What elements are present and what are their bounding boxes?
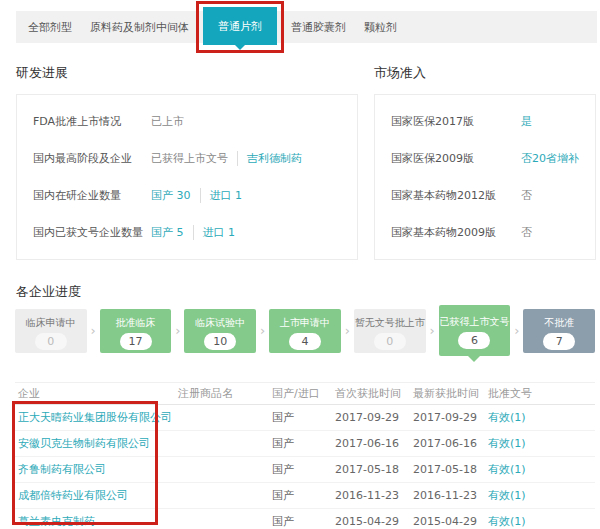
stage-count-badge: 0 xyxy=(35,333,67,350)
company-progress-title: 各企业进度 xyxy=(16,282,600,301)
tab-plain-capsule[interactable]: 普通胶囊剂 xyxy=(291,20,346,35)
rd-row-label: 国内最高阶段及企业 xyxy=(33,151,151,166)
table-row: 正大天晴药业集团股份有限公司 国产 2017-09-29 2017-09-29 … xyxy=(15,405,595,431)
active-tab-pointer-icon xyxy=(235,45,245,50)
stage-market-application[interactable]: 上市申请中 4 xyxy=(269,309,341,353)
first-approval-cell: 2017-06-16 xyxy=(335,437,413,450)
first-approval-cell: 2017-05-18 xyxy=(335,463,413,476)
header-brand-name: 注册商品名 xyxy=(178,386,272,401)
company-link[interactable]: 安徽贝克生物制药有限公司 xyxy=(15,436,178,451)
license-link[interactable]: 有效(1) xyxy=(488,488,595,503)
origin-cell: 国产 xyxy=(272,410,335,425)
domestic-licensed-link[interactable]: 国产 5 xyxy=(151,225,184,240)
market-row-label: 国家医保2009版 xyxy=(391,151,521,166)
latest-approval-cell: 2017-05-18 xyxy=(413,463,488,476)
origin-cell: 国产 xyxy=(272,514,335,529)
tab-plain-tablet[interactable]: 普通片剂 xyxy=(203,7,277,45)
chevron-right-icon: › xyxy=(171,309,184,353)
stage-count-badge: 17 xyxy=(120,333,152,350)
progress-pipeline: 临床申请中 0 › 批准临床 17 › 临床试验中 10 › 上市申请中 4 ›… xyxy=(15,309,595,356)
stage-count-badge: 6 xyxy=(458,332,490,349)
chevron-right-icon: › xyxy=(426,309,439,353)
market-row-essential-2012: 国家基本药物2012版 否 xyxy=(391,177,579,214)
chevron-right-icon: › xyxy=(256,309,269,353)
domestic-count-link[interactable]: 国产 30 xyxy=(151,188,191,203)
company-table: 企业 注册商品名 国产/进口 首次获批时间 最新获批时间 批准文号 正大天晴药业… xyxy=(15,382,595,529)
market-access-section: 市场准入 国家医保2017版 是 国家医保2009版 否20省增补 国家基本药物… xyxy=(374,63,596,260)
stage-clinical-application[interactable]: 临床申请中 0 xyxy=(15,309,87,353)
market-row-label: 国家基本药物2009版 xyxy=(391,225,521,240)
header-first-approval: 首次获批时间 xyxy=(335,386,413,401)
rd-row-label: 国内在研企业数量 xyxy=(33,188,151,203)
header-origin: 国产/进口 xyxy=(272,386,335,401)
tab-granule[interactable]: 颗粒剂 xyxy=(364,20,397,35)
table-row: 齐鲁制药有限公司 国产 2017-05-18 2017-05-18 有效(1) xyxy=(15,457,595,483)
license-link[interactable]: 有效(1) xyxy=(488,436,595,451)
company-link-gilead[interactable]: 吉利德制药 xyxy=(237,151,302,166)
dosage-form-tabbar: 全部剂型 原料药及制剂中间体 普通片剂 普通胶囊剂 颗粒剂 xyxy=(16,11,597,43)
stage-no-license-approved[interactable]: 暂无文号批上市 0 xyxy=(354,309,426,353)
table-header-row: 企业 注册商品名 国产/进口 首次获批时间 最新获批时间 批准文号 xyxy=(15,383,595,405)
imported-count-link[interactable]: 进口 1 xyxy=(200,188,243,203)
table-row: 葛兰素史克制药 国产 2015-04-29 2015-04-29 有效(1) xyxy=(15,509,595,529)
rd-row-licensed-companies: 国内已获文号企业数量 国产 5 进口 1 xyxy=(33,214,341,251)
imported-licensed-link[interactable]: 进口 1 xyxy=(193,225,236,240)
rd-progress-panel: FDA批准上市情况 已上市 国内最高阶段及企业 已获得上市文号 吉利德制药 国内… xyxy=(16,94,358,260)
chevron-right-icon: › xyxy=(510,309,523,353)
stage-count-badge: 7 xyxy=(543,333,575,350)
rd-row-label: 国内已获文号企业数量 xyxy=(33,225,151,240)
tab-all-dosage-forms[interactable]: 全部剂型 xyxy=(28,20,72,35)
latest-approval-cell: 2017-06-16 xyxy=(413,437,488,450)
rd-row-companies-in-development: 国内在研企业数量 国产 30 进口 1 xyxy=(33,177,341,214)
license-link[interactable]: 有效(1) xyxy=(488,462,595,477)
medicare-2009-value[interactable]: 否20省增补 xyxy=(521,151,579,166)
latest-approval-cell: 2015-04-29 xyxy=(413,515,488,528)
company-link[interactable]: 成都倍特药业有限公司 xyxy=(15,488,178,503)
stage-licensed-selected[interactable]: 已获得上市文号 6 xyxy=(439,305,511,356)
chevron-right-icon: › xyxy=(87,309,100,353)
rd-row-label: FDA批准上市情况 xyxy=(33,114,151,129)
stage-count-badge: 10 xyxy=(204,333,236,350)
table-row: 安徽贝克生物制药有限公司 国产 2017-06-16 2017-06-16 有效… xyxy=(15,431,595,457)
first-approval-cell: 2017-09-29 xyxy=(335,411,413,424)
chevron-right-icon: › xyxy=(341,309,354,353)
license-link[interactable]: 有效(1) xyxy=(488,410,595,425)
stage-in-clinical-trial[interactable]: 临床试验中 10 xyxy=(184,309,256,353)
latest-approval-cell: 2016-11-23 xyxy=(413,489,488,502)
medicare-2017-value[interactable]: 是 xyxy=(521,114,532,129)
rd-progress-section: 研发进展 FDA批准上市情况 已上市 国内最高阶段及企业 已获得上市文号 吉利德… xyxy=(16,63,358,260)
table-row: 成都倍特药业有限公司 国产 2016-11-23 2016-11-23 有效(1… xyxy=(15,483,595,509)
company-link[interactable]: 齐鲁制药有限公司 xyxy=(15,462,178,477)
header-company: 企业 xyxy=(15,386,178,401)
tab-api-intermediates[interactable]: 原料药及制剂中间体 xyxy=(90,20,189,35)
origin-cell: 国产 xyxy=(272,488,335,503)
page: 全部剂型 原料药及制剂中间体 普通片剂 普通胶囊剂 颗粒剂 研发进展 FDA批准… xyxy=(0,0,600,529)
header-latest-approval: 最新获批时间 xyxy=(413,386,488,401)
company-link[interactable]: 葛兰素史克制药 xyxy=(15,514,178,529)
fda-status-value: 已上市 xyxy=(151,114,184,129)
essential-2009-value: 否 xyxy=(521,225,532,240)
selected-stage-pointer-icon xyxy=(468,356,480,362)
stage-rejected[interactable]: 不批准 7 xyxy=(523,309,595,353)
license-link[interactable]: 有效(1) xyxy=(488,514,595,529)
market-access-title: 市场准入 xyxy=(374,63,596,82)
tab-plain-tablet-label: 普通片剂 xyxy=(218,19,262,34)
market-row-medicare-2017: 国家医保2017版 是 xyxy=(391,103,579,140)
stage-count-badge: 0 xyxy=(374,333,406,350)
first-approval-cell: 2015-04-29 xyxy=(335,515,413,528)
market-row-essential-2009: 国家基本药物2009版 否 xyxy=(391,214,579,251)
market-row-medicare-2009: 国家医保2009版 否20省增补 xyxy=(391,140,579,177)
rd-row-highest-stage: 国内最高阶段及企业 已获得上市文号 吉利德制药 xyxy=(33,140,341,177)
origin-cell: 国产 xyxy=(272,436,335,451)
market-row-label: 国家基本药物2012版 xyxy=(391,188,521,203)
header-license: 批准文号 xyxy=(488,386,595,401)
first-approval-cell: 2016-11-23 xyxy=(335,489,413,502)
origin-cell: 国产 xyxy=(272,462,335,477)
market-row-label: 国家医保2017版 xyxy=(391,114,521,129)
stage-count-badge: 4 xyxy=(289,333,321,350)
rd-progress-title: 研发进展 xyxy=(16,63,358,82)
company-link[interactable]: 正大天晴药业集团股份有限公司 xyxy=(15,410,178,425)
latest-approval-cell: 2017-09-29 xyxy=(413,411,488,424)
stage-clinical-approved[interactable]: 批准临床 17 xyxy=(100,309,172,353)
highest-stage-value: 已获得上市文号 xyxy=(151,151,228,166)
